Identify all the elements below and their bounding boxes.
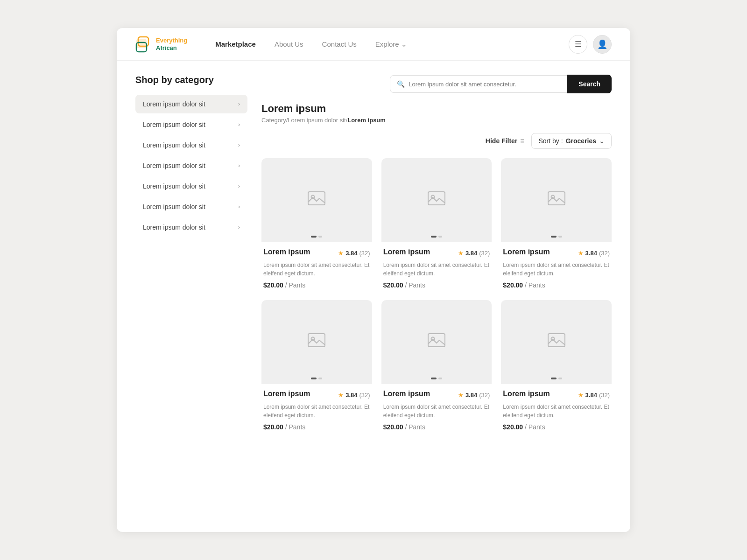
image-placeholder-icon (546, 189, 567, 211)
svg-rect-13 (548, 334, 565, 347)
chevron-down-icon: ⌄ (401, 40, 407, 49)
image-dots (311, 236, 322, 238)
product-description: Lorem ipsum dolor sit amet consectetur. … (263, 261, 370, 278)
product-card[interactable]: Lorem ipsum ★ 3.84 (32) Lorem ipsum dolo… (381, 300, 492, 433)
product-image (261, 300, 372, 384)
product-description: Lorem ipsum dolor sit amet consectetur. … (263, 403, 370, 420)
nav-about[interactable]: About Us (275, 40, 303, 48)
breadcrumb: Category/Lorem ipsum dolor sit/Lorem ips… (261, 117, 612, 124)
product-rating: ★ 3.84 (32) (578, 392, 610, 399)
image-placeholder-icon (426, 189, 447, 211)
product-image (501, 300, 612, 384)
image-dots (431, 236, 442, 238)
hide-filter-button[interactable]: Hide Filter ≡ (486, 137, 524, 145)
search-input-wrapper: 🔍 (390, 75, 567, 93)
chevron-right-icon: › (238, 162, 240, 169)
menu-icon: ☰ (575, 40, 581, 49)
product-description: Lorem ipsum dolor sit amet consectetur. … (503, 261, 610, 278)
product-price: $20.00 / Pants (383, 281, 490, 289)
star-icon: ★ (578, 250, 584, 257)
logo-icon (135, 36, 152, 53)
search-input[interactable] (409, 81, 560, 88)
svg-rect-9 (308, 334, 325, 347)
search-icon: 🔍 (397, 80, 405, 88)
star-icon: ★ (338, 392, 344, 399)
chevron-down-icon: ⌄ (599, 137, 605, 145)
product-info: Lorem ipsum ★ 3.84 (32) Lorem ipsum dolo… (381, 242, 492, 291)
product-image (381, 300, 492, 384)
product-description: Lorem ipsum dolor sit amet consectetur. … (383, 261, 490, 278)
image-dots (431, 378, 442, 379)
chevron-right-icon: › (238, 183, 240, 189)
star-icon: ★ (458, 392, 464, 399)
image-dots (551, 236, 562, 238)
product-area: 🔍 Search Lorem ipsum Category/Lorem ipsu… (261, 75, 612, 433)
category-item[interactable]: Lorem ipsum dolor sit › (135, 136, 247, 154)
product-description: Lorem ipsum dolor sit amet consectetur. … (383, 403, 490, 420)
logo-text: Everything African (156, 37, 187, 51)
nav-contact[interactable]: Contact Us (322, 40, 357, 48)
chevron-right-icon: › (238, 101, 240, 107)
product-card[interactable]: Lorem ipsum ★ 3.84 (32) Lorem ipsum dolo… (261, 158, 372, 291)
product-card[interactable]: Lorem ipsum ★ 3.84 (32) Lorem ipsum dolo… (501, 300, 612, 433)
filter-icon: ≡ (520, 137, 524, 145)
product-image (381, 158, 492, 242)
image-dots (551, 378, 562, 379)
star-icon: ★ (458, 250, 464, 257)
product-name: Lorem ipsum (263, 390, 310, 398)
svg-rect-5 (428, 192, 445, 205)
user-avatar-button[interactable]: 👤 (593, 35, 612, 54)
navbar: Everything African Marketplace About Us … (117, 28, 630, 61)
product-price: $20.00 / Pants (263, 281, 370, 289)
chevron-right-icon: › (238, 203, 240, 210)
product-info: Lorem ipsum ★ 3.84 (32) Lorem ipsum dolo… (381, 384, 492, 433)
nav-links: Marketplace About Us Contact Us Explore … (215, 40, 569, 49)
product-price: $20.00 / Pants (503, 423, 610, 431)
search-bar: 🔍 Search (261, 75, 612, 93)
category-item[interactable]: Lorem ipsum dolor sit › (135, 177, 247, 196)
nav-explore[interactable]: Explore ⌄ (375, 40, 407, 49)
nav-actions: ☰ 👤 (569, 35, 612, 54)
svg-rect-11 (428, 334, 445, 347)
image-placeholder-icon (546, 331, 567, 353)
app-container: Everything African Marketplace About Us … (117, 28, 630, 532)
menu-button[interactable]: ☰ (569, 35, 587, 54)
product-rating: ★ 3.84 (32) (338, 392, 370, 399)
chevron-right-icon: › (238, 121, 240, 128)
category-item[interactable]: Lorem ipsum dolor sit › (135, 115, 247, 134)
product-info: Lorem ipsum ★ 3.84 (32) Lorem ipsum dolo… (261, 384, 372, 433)
category-item[interactable]: Lorem ipsum dolor sit › (135, 218, 247, 237)
image-dots (311, 378, 322, 379)
product-card[interactable]: Lorem ipsum ★ 3.84 (32) Lorem ipsum dolo… (261, 300, 372, 433)
product-price: $20.00 / Pants (503, 281, 610, 289)
chevron-right-icon: › (238, 142, 240, 148)
star-icon: ★ (338, 250, 344, 257)
category-item[interactable]: Lorem ipsum dolor sit › (135, 156, 247, 175)
product-name: Lorem ipsum (263, 248, 310, 256)
product-card[interactable]: Lorem ipsum ★ 3.84 (32) Lorem ipsum dolo… (381, 158, 492, 291)
product-info: Lorem ipsum ★ 3.84 (32) Lorem ipsum dolo… (501, 242, 612, 291)
nav-marketplace[interactable]: Marketplace (215, 40, 256, 48)
product-name: Lorem ipsum (503, 248, 550, 256)
logo[interactable]: Everything African (135, 36, 187, 53)
product-name: Lorem ipsum (503, 390, 550, 398)
sort-dropdown[interactable]: Sort by : Groceries ⌄ (531, 133, 612, 149)
category-list: Lorem ipsum dolor sit › Lorem ipsum dolo… (135, 95, 247, 237)
image-placeholder-icon (306, 331, 327, 353)
product-card[interactable]: Lorem ipsum ★ 3.84 (32) Lorem ipsum dolo… (501, 158, 612, 291)
product-info: Lorem ipsum ★ 3.84 (32) Lorem ipsum dolo… (261, 242, 372, 291)
product-rating: ★ 3.84 (32) (458, 392, 490, 399)
product-rating: ★ 3.84 (32) (338, 250, 370, 257)
product-name: Lorem ipsum (383, 390, 430, 398)
product-price: $20.00 / Pants (383, 423, 490, 431)
image-placeholder-icon (426, 331, 447, 353)
category-item[interactable]: Lorem ipsum dolor sit › (135, 197, 247, 216)
category-item[interactable]: Lorem ipsum dolor sit › (135, 95, 247, 113)
search-button[interactable]: Search (567, 75, 612, 93)
filter-bar: Hide Filter ≡ Sort by : Groceries ⌄ (261, 133, 612, 149)
product-info: Lorem ipsum ★ 3.84 (32) Lorem ipsum dolo… (501, 384, 612, 433)
product-rating: ★ 3.84 (32) (578, 250, 610, 257)
star-icon: ★ (578, 392, 584, 399)
product-rating: ★ 3.84 (32) (458, 250, 490, 257)
product-grid: Lorem ipsum ★ 3.84 (32) Lorem ipsum dolo… (261, 158, 612, 433)
